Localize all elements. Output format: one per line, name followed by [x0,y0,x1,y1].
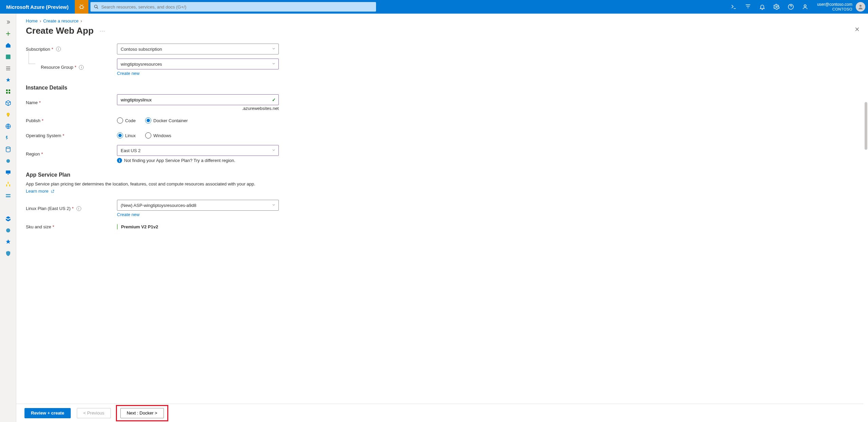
rail-security[interactable] [0,248,16,259]
preview-bug-button[interactable] [75,0,88,14]
feedback-icon [802,4,808,10]
learn-more-link[interactable]: Learn more [26,189,54,194]
os-label: Operating System [26,133,61,138]
rail-cosmos[interactable] [0,155,16,167]
bulb-icon [5,112,11,117]
publish-code-radio[interactable]: Code [117,117,136,124]
os-windows-label: Windows [153,133,171,138]
breadcrumb-home[interactable]: Home [26,18,38,23]
resource-group-select[interactable]: wingtiptoysresources [117,59,279,69]
svg-rect-10 [8,92,10,94]
globe-icon [5,123,11,129]
publish-label: Publish [26,118,40,123]
rail-aad[interactable] [0,213,16,225]
svg-point-23 [6,228,10,232]
close-button[interactable] [854,27,860,32]
next-button[interactable]: Next : Docker > [120,408,164,418]
network-icon [5,204,11,210]
rail-vms[interactable] [0,167,16,178]
rail-dashboard[interactable] [0,51,16,63]
domain-suffix: .azurewebsites.net [117,106,279,111]
rail-vnet[interactable] [0,201,16,213]
plan-select[interactable]: (New) ASP-wingtiptoysresources-a9d8 [117,200,279,211]
review-create-button[interactable]: Review + create [24,408,71,418]
rail-home[interactable] [0,39,16,51]
rail-resource-groups[interactable] [0,97,16,109]
svg-rect-8 [8,90,10,91]
scrollbar[interactable] [864,14,867,422]
previous-button: < Previous [77,408,111,418]
next-highlight: Next : Docker > [117,406,167,420]
name-label: Name [26,100,38,105]
avatar-icon [857,4,864,10]
publish-docker-radio[interactable]: Docker Container [145,117,188,124]
chevron-down-icon [272,203,276,207]
scroll-thumb[interactable] [865,102,867,150]
help-button[interactable] [784,0,798,14]
account-menu[interactable]: user@contoso.com CONTOSO [812,2,868,12]
rail-advisor[interactable] [0,236,16,248]
info-icon[interactable]: i [76,206,81,211]
rail-all-services[interactable] [0,63,16,74]
bell-icon [759,4,765,10]
rail-monitor[interactable] [0,225,16,236]
cloud-shell-button[interactable] [727,0,741,14]
rail-storage[interactable] [0,190,16,201]
info-icon[interactable]: i [79,65,84,70]
external-link-icon [51,190,54,193]
feedback-button[interactable] [798,0,812,14]
os-windows-radio[interactable]: Windows [145,132,171,139]
svg-rect-7 [6,90,8,91]
close-icon [854,27,860,32]
asp-heading: App Service Plan [26,172,305,178]
svg-point-15 [6,159,10,163]
user-email: user@contoso.com [817,2,852,7]
create-new-plan-link[interactable]: Create new [117,212,139,217]
rail-create[interactable] [0,28,16,39]
info-icon[interactable]: i [56,47,61,51]
home-icon [5,42,11,48]
os-linux-radio[interactable]: Linux [117,132,136,139]
required-indicator: * [39,100,41,105]
rail-app-services[interactable] [0,120,16,132]
breadcrumb-create-resource[interactable]: Create a resource [43,18,79,23]
top-bar: Microsoft Azure (Preview) user@conto [0,0,868,14]
more-button[interactable]: ··· [100,28,105,33]
avatar [856,2,865,12]
os-linux-label: Linux [125,133,136,138]
directory-filter-button[interactable] [741,0,755,14]
required-indicator: * [72,206,74,211]
rail-all-resources[interactable] [0,86,16,97]
region-label: Region [26,151,40,157]
publish-docker-label: Docker Container [153,118,188,123]
settings-button[interactable] [769,0,784,14]
region-note: Not finding your App Service Plan? Try a… [124,158,235,163]
sku-display: Premium V2 P1v2 [117,224,279,229]
name-input[interactable] [121,97,268,102]
required-indicator: * [52,47,53,52]
notifications-button[interactable] [755,0,769,14]
cosmos-icon [5,158,11,164]
resource-group-label: Resource Group [41,65,73,70]
rail-sql[interactable] [0,144,16,155]
rail-favorites[interactable] [0,74,16,86]
rail-quickstart[interactable] [0,109,16,120]
svg-point-14 [6,147,10,149]
svg-rect-12 [7,116,8,117]
expand-menu-button[interactable] [0,16,16,28]
svg-rect-9 [6,92,8,94]
rail-load-balancer[interactable] [0,178,16,190]
star-icon [5,77,11,83]
svg-point-4 [804,5,806,7]
global-search[interactable] [90,2,376,12]
create-new-rg-link[interactable]: Create new [117,71,139,76]
rail-function-apps[interactable] [0,132,16,144]
region-select[interactable]: East US 2 [117,145,279,156]
subscription-select[interactable]: Contoso subscription [117,44,279,54]
required-indicator: * [41,151,43,157]
advisor-icon [5,239,11,245]
search-input[interactable] [101,4,373,10]
required-indicator: * [42,118,44,123]
name-input-wrapper: ✓ [117,94,279,105]
chevron-right-double-icon [5,19,11,25]
